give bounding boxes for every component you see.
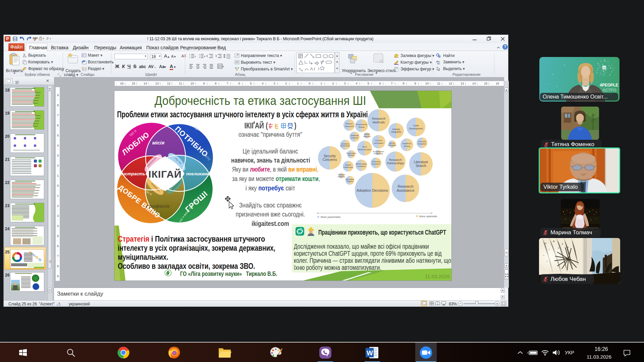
svg-text:місія: місія <box>152 140 165 145</box>
svg-text:Development: Development <box>409 127 423 130</box>
svg-text:Engineering: Engineering <box>374 153 383 155</box>
svg-text:Research: Research <box>397 184 413 188</box>
svg-text:Biomedical: Biomedical <box>346 178 354 180</box>
svg-text:Chemistry: Chemistry <box>372 161 380 163</box>
svg-text:Debugging: Debugging <box>388 144 396 146</box>
svg-text:Design: Design <box>359 126 365 128</box>
svg-text:A: A <box>181 54 184 58</box>
svg-text:Environmental: Environmental <box>373 150 384 153</box>
svg-text:Concerns: Concerns <box>323 158 337 162</box>
svg-text:Content: Content <box>375 139 382 141</box>
svg-text:Engineering: Engineering <box>356 123 367 125</box>
svg-text:Laboratory: Laboratory <box>341 143 349 145</box>
svg-text:Industry: Industry <box>392 128 400 131</box>
svg-text:Citation: Citation <box>345 164 352 166</box>
svg-text:Conservation: Conservation <box>346 152 356 154</box>
svg-text:Physics: Physics <box>346 123 353 125</box>
svg-text:11.03.2026: 11.03.2026 <box>425 274 450 279</box>
svg-text:Code: Code <box>413 124 419 127</box>
svg-text:Security: Security <box>389 142 395 144</box>
svg-text:Analytics: Analytics <box>363 135 371 137</box>
svg-text:Writing: Writing <box>404 145 410 147</box>
svg-text:Analysis: Analysis <box>351 137 358 139</box>
svg-text:пристрасть: пристрасть <box>117 171 145 176</box>
svg-text:More pessimistic: More pessimistic <box>321 216 341 219</box>
svg-text:Disease: Disease <box>348 154 354 156</box>
svg-text:Research: Research <box>389 158 402 162</box>
svg-text:Work: Work <box>362 146 367 148</box>
svg-text:More optimistic: More optimistic <box>419 215 437 218</box>
svg-text:Challenges: Challenges <box>343 166 353 168</box>
svg-text:Security: Security <box>324 154 336 158</box>
svg-text:Spatial: Spatial <box>364 133 370 135</box>
svg-text:ІКІГАЙ: ІКІГАЙ <box>148 169 181 180</box>
svg-text:покликання: покликання <box>186 171 212 176</box>
svg-text:Technical: Technical <box>418 140 426 142</box>
svg-text:Research: Research <box>372 163 380 165</box>
svg-text:Verification: Verification <box>374 142 383 144</box>
svg-text:Financial: Financial <box>338 174 345 176</box>
svg-text:Experiments: Experiments <box>340 145 350 147</box>
svg-text:Methodologies: Methodologies <box>358 148 371 150</box>
svg-text:Partnerships: Partnerships <box>387 162 404 165</box>
svg-text:Research: Research <box>372 117 386 120</box>
svg-text:Statistical: Statistical <box>351 134 359 136</box>
svg-text:Limitations: Limitations <box>357 165 366 167</box>
svg-text:W: W <box>367 349 373 357</box>
svg-text:Mathematical: Mathematical <box>356 163 367 165</box>
svg-text:Integration: Integration <box>391 131 401 133</box>
svg-text:Modeling: Modeling <box>338 176 345 178</box>
svg-text:Research: Research <box>345 125 354 127</box>
svg-text:Assistance: Assistance <box>396 188 414 192</box>
svg-text:Search: Search <box>416 164 426 168</box>
svg-text:ac: ac <box>437 62 440 65</box>
svg-text:Methods: Methods <box>373 120 385 124</box>
svg-text:Literature: Literature <box>414 160 428 164</box>
svg-text:Integration: Integration <box>418 143 426 145</box>
svg-text:Academic: Academic <box>402 142 411 144</box>
svg-text:Adoption Decisions: Adoption Decisions <box>357 188 388 192</box>
svg-text:Projects: Projects <box>347 180 353 182</box>
